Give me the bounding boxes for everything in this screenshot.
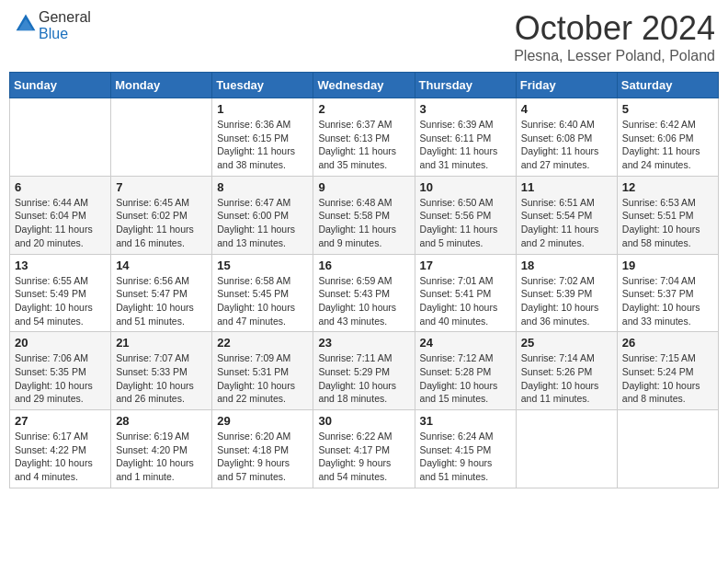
day-info: Sunrise: 7:12 AMSunset: 5:28 PMDaylight:… bbox=[420, 351, 511, 406]
calendar-cell: 31Sunrise: 6:24 AMSunset: 4:15 PMDayligh… bbox=[415, 410, 516, 488]
day-info: Sunrise: 6:36 AMSunset: 6:15 PMDaylight:… bbox=[217, 118, 308, 172]
day-number: 15 bbox=[217, 259, 308, 272]
calendar-cell: 20Sunrise: 7:06 AMSunset: 5:35 PMDayligh… bbox=[10, 332, 111, 410]
day-number: 23 bbox=[318, 336, 409, 350]
day-number: 24 bbox=[420, 336, 511, 350]
day-number: 12 bbox=[622, 180, 713, 194]
calendar-cell: 30Sunrise: 6:22 AMSunset: 4:17 PMDayligh… bbox=[313, 410, 415, 488]
day-number: 14 bbox=[116, 259, 207, 272]
day-of-week-header: Saturday bbox=[617, 73, 718, 98]
day-number: 22 bbox=[217, 336, 308, 350]
calendar-week-row: 20Sunrise: 7:06 AMSunset: 5:35 PMDayligh… bbox=[10, 332, 719, 410]
day-number: 1 bbox=[217, 102, 308, 116]
calendar-cell bbox=[617, 410, 718, 488]
calendar-cell: 22Sunrise: 7:09 AMSunset: 5:31 PMDayligh… bbox=[212, 332, 313, 410]
day-info: Sunrise: 7:06 AMSunset: 5:35 PMDaylight:… bbox=[15, 351, 106, 406]
day-info: Sunrise: 6:22 AMSunset: 4:17 PMDaylight:… bbox=[318, 430, 409, 484]
day-number: 9 bbox=[318, 180, 409, 194]
day-info: Sunrise: 6:53 AMSunset: 5:51 PMDaylight:… bbox=[622, 196, 713, 250]
day-info: Sunrise: 6:50 AMSunset: 5:56 PMDaylight:… bbox=[420, 196, 511, 250]
day-number: 26 bbox=[622, 336, 713, 350]
day-info: Sunrise: 6:58 AMSunset: 5:45 PMDaylight:… bbox=[217, 274, 308, 328]
location: Plesna, Lesser Poland, Poland bbox=[514, 48, 715, 64]
day-number: 8 bbox=[217, 180, 308, 194]
calendar-cell: 5Sunrise: 6:42 AMSunset: 6:06 PMDaylight… bbox=[617, 98, 718, 177]
day-info: Sunrise: 6:20 AMSunset: 4:18 PMDaylight:… bbox=[217, 430, 308, 484]
day-number: 16 bbox=[318, 259, 409, 272]
day-of-week-header: Thursday bbox=[415, 73, 516, 98]
logo-text: General Blue bbox=[39, 9, 91, 42]
day-number: 18 bbox=[521, 259, 612, 272]
calendar-cell: 2Sunrise: 6:37 AMSunset: 6:13 PMDaylight… bbox=[313, 98, 415, 177]
day-number: 5 bbox=[622, 102, 713, 116]
calendar-cell bbox=[10, 98, 111, 177]
day-number: 10 bbox=[420, 180, 511, 194]
day-info: Sunrise: 6:51 AMSunset: 5:54 PMDaylight:… bbox=[521, 196, 612, 250]
calendar-cell: 28Sunrise: 6:19 AMSunset: 4:20 PMDayligh… bbox=[111, 410, 212, 488]
day-info: Sunrise: 6:47 AMSunset: 6:00 PMDaylight:… bbox=[217, 196, 308, 250]
day-info: Sunrise: 7:07 AMSunset: 5:33 PMDaylight:… bbox=[116, 351, 207, 406]
day-info: Sunrise: 7:01 AMSunset: 5:41 PMDaylight:… bbox=[420, 274, 511, 328]
calendar-cell bbox=[516, 410, 617, 488]
calendar-week-row: 13Sunrise: 6:55 AMSunset: 5:49 PMDayligh… bbox=[10, 254, 719, 332]
calendar-cell: 25Sunrise: 7:14 AMSunset: 5:26 PMDayligh… bbox=[516, 332, 617, 410]
calendar-cell: 26Sunrise: 7:15 AMSunset: 5:24 PMDayligh… bbox=[617, 332, 718, 410]
day-number: 7 bbox=[116, 180, 207, 194]
day-number: 29 bbox=[217, 414, 308, 428]
day-info: Sunrise: 6:44 AMSunset: 6:04 PMDaylight:… bbox=[15, 196, 106, 250]
calendar-cell: 6Sunrise: 6:44 AMSunset: 6:04 PMDaylight… bbox=[10, 176, 111, 254]
calendar-cell: 7Sunrise: 6:45 AMSunset: 6:02 PMDaylight… bbox=[111, 176, 212, 254]
calendar-cell: 10Sunrise: 6:50 AMSunset: 5:56 PMDayligh… bbox=[415, 176, 516, 254]
calendar-cell: 21Sunrise: 7:07 AMSunset: 5:33 PMDayligh… bbox=[111, 332, 212, 410]
title-block: October 2024 Plesna, Lesser Poland, Pola… bbox=[514, 9, 715, 64]
calendar-body: 1Sunrise: 6:36 AMSunset: 6:15 PMDaylight… bbox=[10, 98, 719, 488]
calendar-cell: 16Sunrise: 6:59 AMSunset: 5:43 PMDayligh… bbox=[313, 254, 415, 332]
month-title: October 2024 bbox=[514, 9, 715, 48]
day-info: Sunrise: 6:39 AMSunset: 6:11 PMDaylight:… bbox=[420, 118, 511, 172]
page-header: General Blue October 2024 Plesna, Lesser… bbox=[9, 9, 719, 64]
day-info: Sunrise: 7:04 AMSunset: 5:37 PMDaylight:… bbox=[622, 274, 713, 328]
day-number: 4 bbox=[521, 102, 612, 116]
calendar-cell: 9Sunrise: 6:48 AMSunset: 5:58 PMDaylight… bbox=[313, 176, 415, 254]
day-info: Sunrise: 7:14 AMSunset: 5:26 PMDaylight:… bbox=[521, 351, 612, 406]
day-info: Sunrise: 6:56 AMSunset: 5:47 PMDaylight:… bbox=[116, 274, 207, 328]
logo-icon bbox=[15, 13, 37, 35]
day-of-week-header: Monday bbox=[111, 73, 212, 98]
day-number: 31 bbox=[420, 414, 511, 428]
day-number: 6 bbox=[15, 180, 106, 194]
day-info: Sunrise: 6:37 AMSunset: 6:13 PMDaylight:… bbox=[318, 118, 409, 172]
day-info: Sunrise: 7:09 AMSunset: 5:31 PMDaylight:… bbox=[217, 351, 308, 406]
day-of-week-header: Sunday bbox=[10, 73, 111, 98]
day-of-week-header: Tuesday bbox=[212, 73, 313, 98]
calendar-cell: 3Sunrise: 6:39 AMSunset: 6:11 PMDaylight… bbox=[415, 98, 516, 177]
calendar-cell: 18Sunrise: 7:02 AMSunset: 5:39 PMDayligh… bbox=[516, 254, 617, 332]
day-number: 3 bbox=[420, 102, 511, 116]
day-info: Sunrise: 6:48 AMSunset: 5:58 PMDaylight:… bbox=[318, 196, 409, 250]
day-number: 27 bbox=[15, 414, 106, 428]
calendar-week-row: 1Sunrise: 6:36 AMSunset: 6:15 PMDaylight… bbox=[10, 98, 719, 177]
logo: General Blue bbox=[13, 9, 91, 42]
calendar-table: SundayMondayTuesdayWednesdayThursdayFrid… bbox=[9, 72, 719, 488]
calendar-cell: 8Sunrise: 6:47 AMSunset: 6:00 PMDaylight… bbox=[212, 176, 313, 254]
calendar-cell: 27Sunrise: 6:17 AMSunset: 4:22 PMDayligh… bbox=[10, 410, 111, 488]
calendar-cell: 23Sunrise: 7:11 AMSunset: 5:29 PMDayligh… bbox=[313, 332, 415, 410]
day-info: Sunrise: 6:17 AMSunset: 4:22 PMDaylight:… bbox=[15, 430, 106, 484]
day-number: 20 bbox=[15, 336, 106, 350]
day-of-week-header: Friday bbox=[516, 73, 617, 98]
day-info: Sunrise: 6:19 AMSunset: 4:20 PMDaylight:… bbox=[116, 430, 207, 484]
calendar-header-row: SundayMondayTuesdayWednesdayThursdayFrid… bbox=[10, 73, 719, 98]
day-info: Sunrise: 6:59 AMSunset: 5:43 PMDaylight:… bbox=[318, 274, 409, 328]
day-info: Sunrise: 6:24 AMSunset: 4:15 PMDaylight:… bbox=[420, 430, 511, 484]
day-info: Sunrise: 7:11 AMSunset: 5:29 PMDaylight:… bbox=[318, 351, 409, 406]
day-info: Sunrise: 6:55 AMSunset: 5:49 PMDaylight:… bbox=[15, 274, 106, 328]
calendar-cell: 14Sunrise: 6:56 AMSunset: 5:47 PMDayligh… bbox=[111, 254, 212, 332]
calendar-week-row: 27Sunrise: 6:17 AMSunset: 4:22 PMDayligh… bbox=[10, 410, 719, 488]
day-number: 2 bbox=[318, 102, 409, 116]
day-info: Sunrise: 6:40 AMSunset: 6:08 PMDaylight:… bbox=[521, 118, 612, 172]
day-info: Sunrise: 7:15 AMSunset: 5:24 PMDaylight:… bbox=[622, 351, 713, 406]
calendar-cell: 17Sunrise: 7:01 AMSunset: 5:41 PMDayligh… bbox=[415, 254, 516, 332]
calendar-cell: 12Sunrise: 6:53 AMSunset: 5:51 PMDayligh… bbox=[617, 176, 718, 254]
day-number: 13 bbox=[15, 259, 106, 272]
day-number: 30 bbox=[318, 414, 409, 428]
calendar-cell: 29Sunrise: 6:20 AMSunset: 4:18 PMDayligh… bbox=[212, 410, 313, 488]
